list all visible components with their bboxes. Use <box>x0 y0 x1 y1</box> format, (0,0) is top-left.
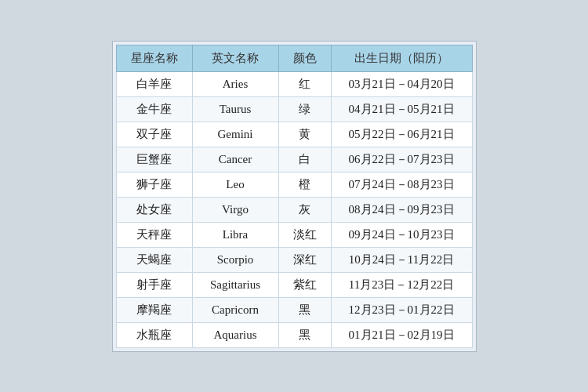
table-cell: Scorpio <box>192 247 278 272</box>
table-cell: 01月21日－02月19日 <box>331 322 472 347</box>
table-row: 狮子座Leo橙07月24日－08月23日 <box>116 172 472 197</box>
table-cell: 深红 <box>278 247 331 272</box>
table-cell: Leo <box>192 172 278 197</box>
table-cell: 09月24日－10月23日 <box>331 222 472 247</box>
table-cell: 天秤座 <box>116 222 192 247</box>
table-cell: Libra <box>192 222 278 247</box>
zodiac-table-container: 星座名称 英文名称 颜色 出生日期（阳历） 白羊座Aries红03月21日－04… <box>112 41 477 352</box>
table-cell: 狮子座 <box>116 172 192 197</box>
table-row: 天秤座Libra淡红09月24日－10月23日 <box>116 222 472 247</box>
table-cell: Aries <box>192 71 278 96</box>
header-date: 出生日期（阳历） <box>331 45 472 71</box>
header-en-name: 英文名称 <box>192 45 278 71</box>
table-cell: 紫红 <box>278 272 331 297</box>
table-row: 摩羯座Capricorn黑12月23日－01月22日 <box>116 297 472 322</box>
table-cell: 白 <box>278 147 331 172</box>
table-cell: 橙 <box>278 172 331 197</box>
table-row: 金牛座Taurus绿04月21日－05月21日 <box>116 96 472 122</box>
table-cell: 巨蟹座 <box>116 147 192 172</box>
table-row: 处女座Virgo灰08月24日－09月23日 <box>116 197 472 222</box>
table-row: 射手座Sagittarius紫红11月23日－12月22日 <box>116 272 472 297</box>
table-header-row: 星座名称 英文名称 颜色 出生日期（阳历） <box>116 45 472 71</box>
table-cell: 射手座 <box>116 272 192 297</box>
table-cell: 12月23日－01月22日 <box>331 297 472 322</box>
table-cell: 处女座 <box>116 197 192 222</box>
table-cell: 07月24日－08月23日 <box>331 172 472 197</box>
table-cell: 水瓶座 <box>116 322 192 347</box>
table-cell: 灰 <box>278 197 331 222</box>
table-cell: Virgo <box>192 197 278 222</box>
table-row: 水瓶座Aquarius黑01月21日－02月19日 <box>116 322 472 347</box>
table-cell: Sagittarius <box>192 272 278 297</box>
table-row: 天蝎座Scorpio深红10月24日－11月22日 <box>116 247 472 272</box>
table-cell: 绿 <box>278 96 331 122</box>
header-zh-name: 星座名称 <box>116 45 192 71</box>
table-cell: 03月21日－04月20日 <box>331 71 472 96</box>
table-cell: 10月24日－11月22日 <box>331 247 472 272</box>
table-cell: Taurus <box>192 96 278 122</box>
table-cell: 摩羯座 <box>116 297 192 322</box>
table-cell: 05月22日－06月21日 <box>331 122 472 147</box>
header-color: 颜色 <box>278 45 331 71</box>
table-cell: Cancer <box>192 147 278 172</box>
table-cell: 06月22日－07月23日 <box>331 147 472 172</box>
table-row: 双子座Gemini黄05月22日－06月21日 <box>116 122 472 147</box>
table-cell: 11月23日－12月22日 <box>331 272 472 297</box>
table-cell: 黑 <box>278 297 331 322</box>
table-cell: 08月24日－09月23日 <box>331 197 472 222</box>
table-cell: Capricorn <box>192 297 278 322</box>
table-cell: 淡红 <box>278 222 331 247</box>
table-row: 巨蟹座Cancer白06月22日－07月23日 <box>116 147 472 172</box>
table-body: 白羊座Aries红03月21日－04月20日金牛座Taurus绿04月21日－0… <box>116 71 472 347</box>
table-cell: 黑 <box>278 322 331 347</box>
table-cell: 黄 <box>278 122 331 147</box>
table-cell: 天蝎座 <box>116 247 192 272</box>
zodiac-table: 星座名称 英文名称 颜色 出生日期（阳历） 白羊座Aries红03月21日－04… <box>116 45 473 348</box>
table-cell: Gemini <box>192 122 278 147</box>
table-cell: Aquarius <box>192 322 278 347</box>
table-row: 白羊座Aries红03月21日－04月20日 <box>116 71 472 96</box>
table-cell: 金牛座 <box>116 96 192 122</box>
table-cell: 红 <box>278 71 331 96</box>
table-cell: 白羊座 <box>116 71 192 96</box>
table-cell: 双子座 <box>116 122 192 147</box>
table-cell: 04月21日－05月21日 <box>331 96 472 122</box>
